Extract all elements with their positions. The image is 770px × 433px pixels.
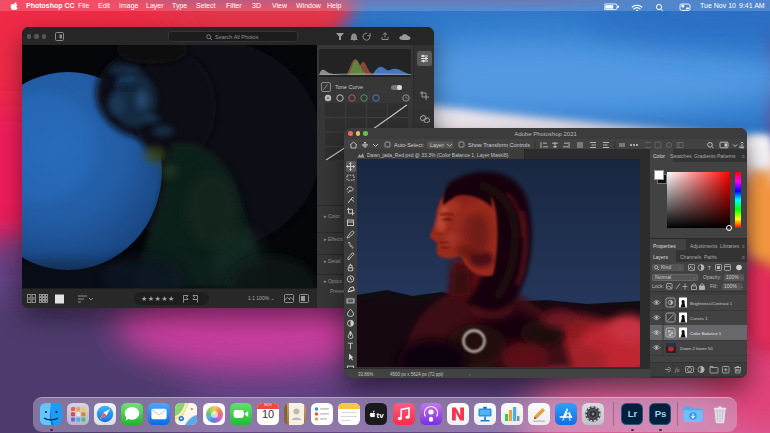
svg-text:Brightness/Contrast 1: Brightness/Contrast 1: [690, 301, 733, 306]
svg-text:tv: tv: [377, 411, 385, 420]
svg-text:Curves 1: Curves 1: [690, 316, 708, 321]
svg-text:Auto-Select:: Auto-Select:: [394, 142, 424, 148]
svg-text:Show Transform Controls: Show Transform Controls: [468, 142, 530, 148]
svg-text:fx: fx: [675, 367, 680, 373]
svg-text:Color Balance 1: Color Balance 1: [690, 331, 722, 336]
svg-text:Layer: Layer: [430, 142, 444, 148]
svg-text:T: T: [708, 265, 712, 271]
svg-text:Dawn 2 lower 50: Dawn 2 lower 50: [680, 346, 713, 351]
